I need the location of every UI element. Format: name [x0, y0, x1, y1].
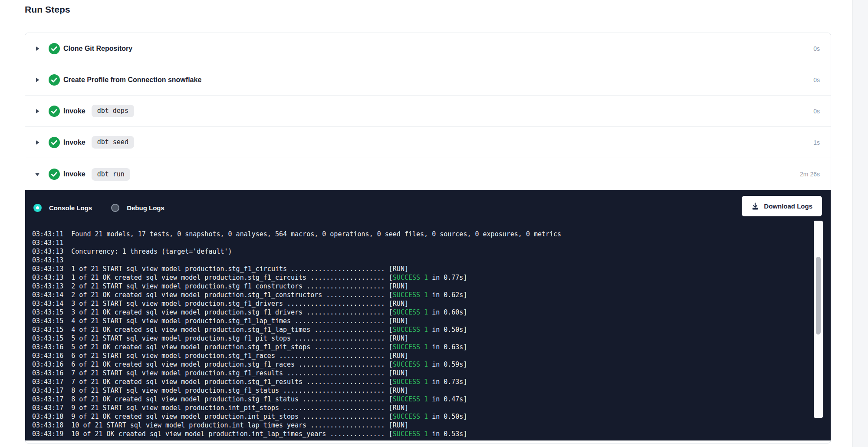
log-line: 03:43:17 9 of 21 START sql view model pr…	[32, 404, 812, 412]
run-step-row[interactable]: Create Profile from Connection snowflake…	[25, 64, 831, 96]
download-logs-button[interactable]: Download Logs	[742, 196, 822, 216]
log-scrollbar-thumb[interactable]	[816, 257, 821, 334]
chevron-right-icon[interactable]	[34, 139, 40, 146]
step-title: Create Profile from Connection snowflake	[63, 76, 201, 84]
step-title: Invoke	[63, 107, 85, 115]
check-circle-icon	[49, 169, 60, 180]
check-circle-icon	[49, 106, 60, 117]
log-line: 03:43:17 8 of 21 START sql view model pr…	[32, 386, 812, 395]
download-icon	[751, 202, 759, 210]
log-line: 03:43:11 Found 21 models, 17 tests, 0 sn…	[32, 230, 812, 238]
log-line: 03:43:15 5 of 21 START sql view model pr…	[32, 334, 812, 343]
log-line: 03:43:18 10 of 21 START sql view model p…	[32, 421, 812, 430]
log-tabs: Console Logs Debug Logs	[33, 204, 164, 212]
log-line: 03:43:11	[32, 238, 812, 247]
log-scrollbar-track[interactable]	[814, 221, 823, 418]
check-circle-icon	[49, 74, 60, 86]
check-circle-icon	[49, 137, 60, 148]
log-line: 03:43:15 4 of 21 START sql view model pr…	[32, 317, 812, 325]
step-title: Invoke	[63, 139, 85, 146]
run-step-row[interactable]: Clone Git Repository0s	[25, 33, 831, 64]
step-title: Clone Git Repository	[63, 45, 132, 53]
step-command-badge: dbt seed	[92, 136, 134, 149]
log-line: 03:43:17 7 of 21 OK created sql view mod…	[32, 377, 812, 386]
step-duration: 0s	[813, 45, 820, 52]
log-line: 03:43:14 3 of 21 START sql view model pr…	[32, 299, 812, 308]
debug-logs-label[interactable]: Debug Logs	[127, 204, 164, 212]
log-line: 03:43:18 9 of 21 OK created sql view mod…	[32, 412, 812, 421]
step-duration: 0s	[813, 108, 820, 115]
console-log-output: 03:43:11 Found 21 models, 17 tests, 0 sn…	[32, 215, 812, 438]
log-line: 03:43:16 7 of 21 START sql view model pr…	[32, 369, 812, 377]
log-panel: Console Logs Debug Logs Download Logs 03…	[25, 190, 831, 440]
step-duration: 2m 26s	[800, 171, 820, 178]
chevron-down-icon[interactable]	[34, 171, 40, 177]
chevron-right-icon[interactable]	[34, 108, 40, 114]
step-duration: 1s	[813, 139, 820, 146]
log-line: 03:43:13 1 of 21 OK created sql view mod…	[32, 273, 812, 282]
page-title: Run Steps	[25, 4, 70, 15]
step-command-badge: dbt run	[92, 168, 130, 181]
step-title: Invoke	[63, 170, 85, 178]
chevron-right-icon[interactable]	[34, 77, 40, 83]
log-line: 03:43:13	[32, 256, 812, 265]
page-background-strip	[852, 0, 868, 447]
log-line: 03:43:14 2 of 21 OK created sql view mod…	[32, 291, 812, 299]
log-line: 03:43:13 Concurrency: 1 threads (target=…	[32, 247, 812, 256]
log-line: 03:43:15 4 of 21 OK created sql view mod…	[32, 325, 812, 334]
download-logs-label: Download Logs	[764, 202, 812, 210]
log-line: 03:43:17 8 of 21 OK created sql view mod…	[32, 395, 812, 404]
run-step-row[interactable]: Invokedbt run2m 26s	[25, 158, 831, 190]
step-command-badge: dbt deps	[92, 105, 134, 117]
log-line: 03:43:19 10 of 21 OK created sql view mo…	[32, 430, 812, 438]
debug-logs-radio[interactable]	[111, 204, 119, 212]
run-step-row[interactable]: Invokedbt deps0s	[25, 96, 831, 127]
check-circle-icon	[49, 43, 60, 54]
console-logs-label[interactable]: Console Logs	[49, 204, 92, 212]
log-line: 03:43:13 1 of 21 START sql view model pr…	[32, 265, 812, 273]
step-duration: 0s	[813, 76, 820, 83]
console-logs-radio[interactable]	[33, 204, 42, 212]
run-step-row[interactable]: Invokedbt seed1s	[25, 127, 831, 158]
log-line: 03:43:16 6 of 21 OK created sql view mod…	[32, 360, 812, 369]
log-line: 03:43:15 3 of 21 OK created sql view mod…	[32, 308, 812, 317]
log-line: 03:43:13 2 of 21 START sql view model pr…	[32, 282, 812, 291]
chevron-right-icon[interactable]	[34, 46, 40, 52]
run-steps-card: Clone Git Repository0sCreate Profile fro…	[25, 33, 831, 444]
log-line: 03:43:16 5 of 21 OK created sql view mod…	[32, 343, 812, 351]
run-steps-list: Clone Git Repository0sCreate Profile fro…	[25, 33, 831, 190]
log-line: 03:43:16 6 of 21 START sql view model pr…	[32, 351, 812, 360]
